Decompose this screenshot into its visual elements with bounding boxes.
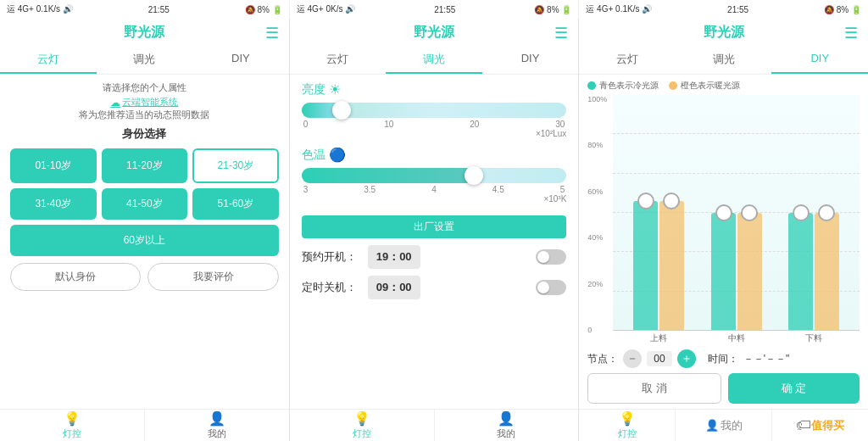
age-btn-0[interactable]: 01-10岁 [10,148,97,183]
tab-1-dimmer[interactable]: 调光 [97,47,193,74]
brightness-thumb[interactable] [332,101,351,120]
age-btn-wide[interactable]: 60岁以上 [10,225,279,256]
toggle-0[interactable] [536,249,566,265]
app-header-1: 野光源 ☰ [0,19,289,47]
app-header-2: 野光源 ☰ [290,19,579,47]
legend-teal-label: 青色表示冷光源 [599,80,659,92]
colortemp-track [302,168,567,183]
app-title-2: 野光源 [414,24,454,42]
bar-slider-0-orange[interactable] [663,193,680,209]
colortemp-label: 色温 🔵 [302,147,567,163]
bar-slider-2-orange[interactable] [818,204,835,221]
age-btn-4[interactable]: 41-50岁 [102,188,188,220]
brightness-section: 亮度 ☀ 0 10 20 30 ×10²Lux [302,81,567,138]
nav-item-2-mine[interactable]: 👤 我的 [435,410,579,441]
tab-1-diy[interactable]: DIY [192,47,289,74]
cloud-link[interactable]: ☁ 云端智能系统 [110,96,178,109]
status-right-1: 🔕 8% 🔋 [245,5,282,14]
bottom-nav-3: 💡 灯控 👤 我的 🏷 值得买 [579,409,868,441]
factory-reset-btn[interactable]: 出厂设置 [302,215,567,238]
node-plus-btn[interactable]: ＋ [677,349,696,368]
panel2-content: 亮度 ☀ 0 10 20 30 ×10²Lux [290,75,579,409]
nav-label-3-mine: 我的 [721,418,743,433]
bar-orange-1 [737,213,762,331]
schedule-time-0: 19：00 [368,245,420,269]
status-panel-2: 运 4G+ 0K/s 🔊 21:55 🔕 8% 🔋 [290,0,580,19]
bar-slider-0-teal[interactable] [637,193,654,209]
tab-2-dimmer[interactable]: 调光 [386,47,482,74]
status-right-3: 🔕 8% 🔋 [824,5,861,14]
brightness-unit: ×10²Lux [302,129,567,138]
colortemp-unit: ×10³K [302,194,567,204]
legend-orange: 橙色表示暖光源 [669,80,740,92]
menu-icon-2[interactable]: ☰ [554,24,568,42]
colortemp-scale: 3 3.5 4 4.5 5 [302,185,567,194]
watermark-text: 值得买 [811,418,844,433]
nav-item-1-light[interactable]: 💡 灯控 [0,410,145,441]
colortemp-slider[interactable] [302,168,567,183]
brightness-text: 亮度 [302,82,326,98]
age-btn-1[interactable]: 11-20岁 [102,148,188,183]
bar-orange-2 [815,213,839,331]
confirm-btn[interactable]: 确 定 [728,373,860,404]
panel1-content: 请选择您的个人属性 ☁ 云端智能系统 将为您推荐适当的动态照明数据 身份选择 0… [0,75,289,409]
age-btn-5[interactable]: 51-60岁 [192,188,279,220]
status-left-1: 运 4G+ 0.1K/s 🔊 [7,3,73,15]
node-controls: 节点： － 00 ＋ 时间： －－'－－" [587,349,860,368]
toggle-knob-1 [537,282,549,293]
age-grid: 01-10岁 11-20岁 21-30岁 31-40岁 41-50岁 51-60… [10,148,279,220]
nav-item-3-mine[interactable]: 👤 我的 [676,410,772,441]
age-btn-2[interactable]: 21-30岁 [192,148,279,183]
evaluate-btn[interactable]: 我要评价 [147,263,278,291]
schedule-label-0: 预约开机： [302,249,361,265]
brightness-slider[interactable] [302,103,567,118]
schedule-label-1: 定时关机： [302,280,361,295]
sun-icon: ☀ [329,81,341,98]
nav-item-1-mine[interactable]: 👤 我的 [145,410,289,441]
app-title-1: 野光源 [124,24,164,42]
status-center-3: 21:55 [727,5,748,14]
nav-item-3-light[interactable]: 💡 灯控 [579,410,676,441]
light-icon-3: 💡 [619,410,636,427]
legend-dot-teal [587,81,596,90]
mine-icon-3: 👤 [705,419,719,432]
toggle-1[interactable] [536,280,566,295]
nav-item-2-light[interactable]: 💡 灯控 [290,410,435,441]
colortemp-thumb[interactable] [465,166,483,185]
x-labels: 上料 中料 下料 [613,331,860,346]
age-btn-3[interactable]: 31-40岁 [10,188,97,220]
chart-area: 0 20% 40% 60% 80% 100% [587,95,860,346]
bar-slider-2-teal[interactable] [793,204,810,221]
node-value: 00 [647,351,671,366]
moon-icon: 🔵 [329,147,346,163]
menu-icon-1[interactable]: ☰ [265,24,279,42]
light-icon-1: 💡 [64,410,81,427]
cancel-btn[interactable]: 取 消 [587,373,721,404]
bar-slider-1-teal[interactable] [715,204,732,221]
panel3-content: 青色表示冷光源 橙色表示暖光源 0 20% 40% 60% 80% 100% [579,75,868,409]
tab-1-yunlamp[interactable]: 云灯 [0,47,97,74]
nav-label-2-light: 灯控 [353,427,371,440]
tab-3-diy[interactable]: DIY [771,47,868,74]
nav-label-1-mine: 我的 [208,427,226,440]
tab-3-yunlamp[interactable]: 云灯 [579,47,676,74]
action-btns: 取 消 确 定 [587,373,860,404]
default-identity-btn[interactable]: 默认身份 [10,263,141,291]
status-left-2: 运 4G+ 0K/s 🔊 [297,3,356,15]
brightness-label: 亮度 ☀ [302,81,567,98]
tab-2-diy[interactable]: DIY [482,47,579,74]
tab-2-yunlamp[interactable]: 云灯 [290,47,387,74]
tab-3-dimmer[interactable]: 调光 [676,47,772,74]
brightness-scale: 0 10 20 30 [302,120,567,129]
colortemp-fill [302,168,474,183]
panel-2: 野光源 ☰ 云灯 调光 DIY 亮度 ☀ [290,19,580,441]
menu-icon-3[interactable]: ☰ [844,24,858,42]
mine-icon-1: 👤 [209,410,225,427]
node-minus-btn[interactable]: － [623,349,642,368]
bar-slider-1-orange[interactable] [741,204,758,221]
tabs-3: 云灯 调光 DIY [579,47,868,75]
nav-label-2-mine: 我的 [497,427,515,440]
bar-teal-1 [711,213,736,331]
light-icon-2: 💡 [353,410,370,427]
section-title: 身份选择 [122,126,166,142]
